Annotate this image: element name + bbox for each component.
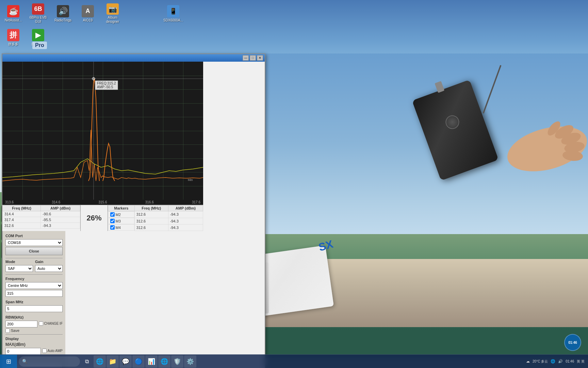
taskbar-search[interactable]: 🔍 [19,356,80,367]
minimize-button[interactable]: — [243,55,249,61]
clock-time: 01:46 [568,341,577,344]
taskbar-app-6-icon: ⚙️ [186,358,194,365]
marker-checkbox-m4[interactable]: M4 [108,224,134,231]
amp-cell: -94.3 [41,223,80,229]
freq-axis: 313.6 314.6 315.6 316.6 317.6 [2,200,203,205]
col-freq-m: Freq (MHz) [134,205,168,211]
left-table: Freq (MHz) AMP (dBm) 314.4 -90.6 317.4 [2,205,81,231]
max-dbm-label: MAX(dBm) [5,342,26,347]
freq-cell: 317.4 [3,217,41,223]
change-if-row: CHANGE IF [39,321,63,326]
tray-weather-icon: ☁ [526,359,530,364]
task-view-icon: ⧉ [85,358,89,365]
taskbar-app-5[interactable]: 🛡️ [171,355,183,368]
markers-table: Markers Freq (MHz) AMP (dBm) M2 [108,205,203,231]
close-com-button[interactable]: Close [5,247,63,255]
freq-cell: 312.6 [3,223,41,229]
lang-display: 英 英 [577,359,585,364]
m4-amp: -94.3 [168,224,203,231]
search-icon: 🔍 [22,359,28,364]
col-markers: Markers [108,205,135,211]
rbw-row: CHANGE IF [5,321,63,327]
desktop-icon-netassist[interactable]: ☕ NetAssist... [2,3,25,24]
save-label: Save [11,328,19,333]
frequency-label: Frequency [5,277,63,281]
marker-row-m4: M4 312.6 -94.3 [108,224,203,231]
divider-1 [5,258,63,258]
m2-check[interactable] [110,212,115,217]
taskbar-app-2[interactable]: 📁 [107,355,119,368]
marker-checkbox-m2[interactable]: M2 [108,211,134,218]
desktop-icon-album[interactable]: 📷 Album designer [101,3,124,24]
frequency-dropdown[interactable]: Centre MHz [5,282,63,289]
weather-text: 20°C 多云 [533,359,548,364]
chart-panel: Min FREQ:315.2 AMP:-50.5 313.6 314.6 315… [2,62,203,231]
table-row: 312.6 -94.3 [3,223,80,229]
gain-select[interactable]: Auto [35,265,63,272]
amp-cell: -90.6 [41,211,80,217]
com-port-select[interactable]: COM18 [5,239,63,246]
amp-cell: -95.5 [41,217,80,223]
mode-label: Mode [5,260,33,264]
freq-label-3: 316.6 [145,200,154,204]
tray-sound-icon: 🔊 [558,359,563,364]
taskbar-app-ie-icon: 🌐 [161,358,168,365]
auto-amp-label: Auto AMP [48,349,63,353]
current-trace [2,130,203,181]
close-button[interactable]: ✕ [257,55,263,61]
max-dbm-input[interactable] [5,348,41,355]
marker-checkbox-m3[interactable]: M3 [108,218,134,224]
taskbar-app-4[interactable]: 🔵 [132,355,145,368]
rbw-input[interactable] [5,321,37,327]
m2-amp: -94.3 [168,211,203,218]
auto-amp-row: Auto AMP [42,349,63,353]
taskbar-app-ie[interactable]: 🌐 [158,355,170,368]
freq-amp-table: Freq (MHz) AMP (dBm) 314.4 -90.6 317.4 [2,205,80,229]
data-tables: Freq (MHz) AMP (dBm) 314.4 -90.6 317.4 [2,205,203,231]
maximize-button[interactable]: □ [250,55,256,61]
frequency-input[interactable] [5,290,63,297]
m3-check[interactable] [110,219,115,223]
taskbar: ⊞ 🔍 ⧉ 🌐 📁 💬 🔵 📊 🌐 🛡️ [0,354,588,368]
pro-label-area: Pro [32,42,47,49]
taskbar-app-icon-2: 📁 [109,358,116,365]
taskbar-app-6[interactable]: ⚙️ [184,355,196,368]
window-content: Min FREQ:315.2 AMP:-50.5 313.6 314.6 315… [2,62,265,368]
spacer [126,3,160,24]
taskbar-system-tray: ☁ 20°C 多云 🌐 🔊 01:46 英 英 [523,359,588,364]
spectrum-canvas: Min FREQ:315.2 AMP:-50.5 [2,62,203,200]
windows-icon: ⊞ [6,358,11,365]
save-checkbox[interactable] [5,328,10,333]
mode-select[interactable]: SAF [5,265,33,272]
clock-widget: 01:46 [564,334,581,351]
taskbar-app-icon-4: 🔵 [135,358,142,365]
gain-group: Gain Auto [35,260,63,273]
pro-label: Pro [35,42,44,48]
desktop-icon-6bpro[interactable]: 6B 6BPro EVB GUI [27,3,50,24]
span-label: Span MHz [5,300,63,304]
desktop-icon-sdx6000a[interactable]: 📱 SDX6000A... [162,3,185,24]
m3-amp: -94.3 [168,218,203,224]
desktop-icon-aio19[interactable]: A AIO19 [76,3,99,24]
control-panel: COM Port COM18 Close Mode SAF Gain Auto [2,231,65,368]
span-input[interactable] [5,305,63,312]
mode-gain-row: Mode SAF Gain Auto [5,260,63,273]
auto-amp-checkbox[interactable] [42,349,47,353]
taskbar-app-ppt-icon: 📊 [148,358,155,365]
start-button[interactable]: ⊞ [0,355,17,368]
change-if-checkbox[interactable] [39,321,43,326]
freq-label-2: 315.6 [98,200,107,204]
divider-3 [5,334,63,335]
m2-freq: 312.6 [134,211,168,218]
col-freq: Freq (MHz) [3,205,41,211]
desktop-icon-pdd[interactable]: 拼 拼多多 [2,27,25,48]
taskbar-app-1[interactable]: 🌐 [94,355,106,368]
col-amp: AMP (dBm) [41,205,80,211]
task-view-button[interactable]: ⧉ [81,355,93,368]
percent-display: 26% [81,205,108,231]
m4-check[interactable] [110,225,115,230]
taskbar-app-icon-1: 🌐 [96,358,103,365]
taskbar-app-3[interactable]: 💬 [119,355,132,368]
taskbar-app-ppt[interactable]: 📊 [145,355,158,368]
desktop-icon-radiotings[interactable]: 🔊 RadioTings [51,3,75,24]
